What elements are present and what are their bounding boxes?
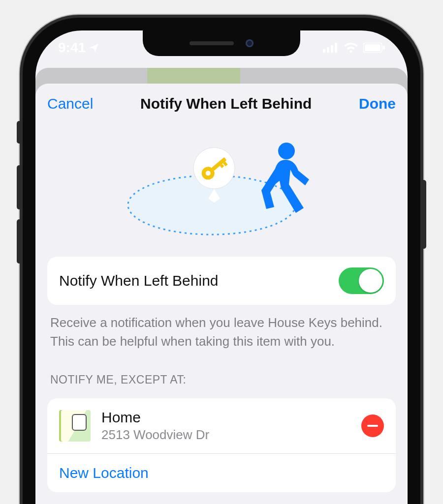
hw-mute-switch bbox=[17, 121, 22, 144]
remove-location-button[interactable] bbox=[361, 415, 384, 437]
new-location-button[interactable]: New Location bbox=[47, 453, 396, 492]
notify-toggle-row[interactable]: Notify When Left Behind bbox=[47, 257, 396, 305]
hw-volume-down bbox=[17, 219, 22, 264]
exceptions-group: Home 2513 Woodview Dr New Location bbox=[47, 398, 396, 492]
notify-description: Receive a notification when you leave Ho… bbox=[47, 305, 396, 351]
cellular-signal-icon bbox=[323, 43, 339, 53]
status-bar: 9:41 bbox=[35, 30, 408, 65]
new-location-label: New Location bbox=[59, 465, 149, 481]
svg-rect-2 bbox=[331, 45, 333, 53]
modal-sheet: Cancel Notify When Left Behind Done bbox=[35, 84, 408, 504]
svg-rect-5 bbox=[365, 44, 380, 51]
svg-rect-6 bbox=[383, 46, 385, 50]
location-row-home[interactable]: Home 2513 Woodview Dr bbox=[47, 398, 396, 453]
svg-point-13 bbox=[278, 143, 295, 159]
svg-rect-0 bbox=[323, 49, 325, 53]
status-time: 9:41 bbox=[58, 40, 86, 56]
location-services-icon bbox=[89, 42, 99, 53]
hero-illustration bbox=[47, 124, 396, 252]
battery-icon bbox=[363, 43, 385, 53]
svg-rect-3 bbox=[335, 43, 337, 53]
location-subtitle: 2513 Woodview Dr bbox=[101, 427, 361, 443]
notify-toggle-switch[interactable] bbox=[339, 267, 384, 294]
done-button[interactable]: Done bbox=[359, 95, 396, 112]
screen: 9:41 bbox=[35, 30, 408, 504]
map-thumbnail-icon bbox=[59, 410, 91, 442]
wifi-icon bbox=[344, 42, 358, 53]
hw-volume-up bbox=[17, 165, 22, 209]
svg-rect-1 bbox=[327, 47, 329, 53]
notify-toggle-label: Notify When Left Behind bbox=[59, 272, 339, 289]
cancel-button[interactable]: Cancel bbox=[47, 95, 93, 112]
phone-frame: 9:41 bbox=[20, 15, 423, 504]
hw-side-button bbox=[421, 180, 426, 249]
modal-navbar: Cancel Notify When Left Behind Done bbox=[47, 84, 396, 124]
notify-toggle-group: Notify When Left Behind bbox=[47, 257, 396, 305]
location-title: Home bbox=[101, 409, 361, 425]
modal-title: Notify When Left Behind bbox=[140, 95, 312, 112]
except-at-header: NOTIFY ME, EXCEPT AT: bbox=[47, 351, 396, 393]
